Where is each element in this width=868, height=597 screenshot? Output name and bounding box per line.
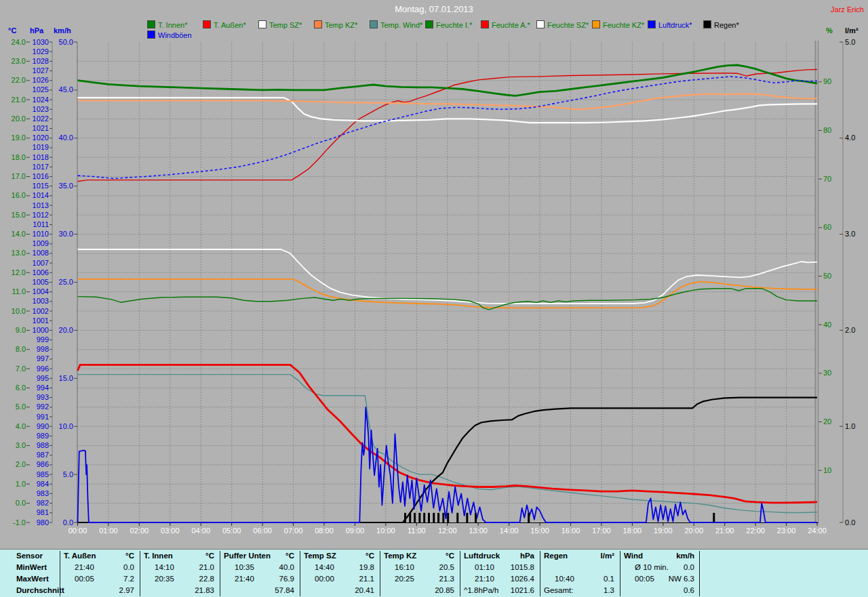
tick-label-hpa: 993 [28, 394, 49, 401]
table-cell-value: 21.83 [195, 586, 214, 594]
tick-label-hpa: 1001 [28, 317, 49, 325]
tick-label-hour: 17:00 [588, 527, 615, 535]
tick-label-hpa: 1020 [28, 134, 49, 142]
tick-label-hpa: 987 [28, 451, 49, 459]
tick-label-hpa: 1029 [28, 48, 49, 56]
tick-label-hour: 22:00 [742, 527, 769, 535]
tick-label-lm2: 1.0 [845, 423, 864, 430]
tick-label-hpa: 1002 [28, 308, 49, 315]
rain-bar [713, 513, 715, 522]
table-row: 01:101015.8 [460, 563, 540, 574]
table-cell-left: Luftdruck [464, 552, 500, 560]
table-row: T. Außen°C [60, 552, 140, 562]
tick-label-hour: 23:00 [773, 527, 800, 535]
tick-label-celsius: 22.0 [1, 77, 26, 84]
tick-label-hour: 07:00 [280, 527, 307, 535]
table-cell-value: 76.9 [279, 575, 294, 583]
tick-label-kmh: 15.0 [49, 375, 73, 382]
table-row: 20.85 [380, 586, 460, 597]
rain-bar [475, 513, 477, 522]
tick-label-percent: 50 [823, 272, 840, 280]
table-cell-left: 00:00 [315, 575, 334, 583]
table-cell-value: 19.8 [359, 563, 374, 571]
table-cell-value: 57.84 [275, 586, 294, 594]
tick-label-hpa: 998 [28, 346, 49, 353]
table-cell-left: Puffer Unten [224, 552, 271, 560]
tick-label-hpa: 1009 [28, 240, 49, 247]
table-row: 0.6 [620, 586, 700, 597]
tick-label-hpa: 1005 [28, 279, 49, 286]
table-cell-value: 21.3 [439, 575, 454, 583]
table-cell-left: ^1.8hPa/h [464, 586, 498, 594]
tick-label-hour: 19:00 [650, 527, 677, 535]
table-row: Gesamt:1.3 [540, 586, 620, 597]
table-cell-value: 1026.4 [511, 575, 534, 583]
tick-label-celsius: 14.0 [1, 230, 26, 238]
table-cell-left: 00:05 [635, 575, 654, 583]
table-column-puffer-unten: Puffer Unten°C10:3540.021:4076.957.84 [220, 550, 300, 597]
tick-label-hpa: 1023 [28, 106, 49, 113]
tick-label-hpa: 1007 [28, 260, 49, 267]
table-cell-value: 21.1 [359, 575, 374, 583]
tick-label-hpa: 984 [28, 480, 49, 488]
rain-bar [456, 513, 458, 522]
tick-label-kmh: 45.0 [49, 86, 73, 94]
tick-label-lm2: 0.0 [845, 519, 864, 527]
table-cell-left: T. Innen [144, 552, 173, 560]
table-cell-left: 14:10 [155, 563, 174, 571]
table-column-temp-kz: Temp KZ°C16:1020.520:2521.320.85 [380, 550, 460, 597]
tick-label-hpa: 980 [28, 519, 49, 527]
tick-label-hour: 06:00 [249, 527, 276, 535]
table-row: 20.41 [300, 586, 380, 597]
tick-label-percent: 30 [823, 369, 840, 377]
table-cell-value: 0.0 [123, 563, 134, 571]
tick-label-lm2: 4.0 [845, 134, 864, 142]
tick-label-hour: 03:00 [157, 527, 184, 535]
tick-label-celsius: 16.0 [1, 192, 26, 199]
table-row: 57.84 [220, 586, 300, 597]
table-cell-left: 20:25 [395, 575, 414, 583]
table-cell-value: km/h [676, 552, 694, 560]
tick-label-hpa: 992 [28, 403, 49, 411]
table-row: 14:1021.0 [140, 563, 220, 574]
tick-label-hour: 14:00 [496, 527, 523, 535]
table-row: 00:0021.1 [300, 575, 380, 585]
tick-label-hour: 05:00 [218, 527, 245, 535]
table-cell-value: 1015.8 [511, 563, 534, 571]
tick-label-hour: 13:00 [465, 527, 492, 535]
table-cell-value: 21.0 [199, 563, 214, 571]
tick-label-celsius: 8.0 [1, 346, 26, 353]
tick-label-hpa: 1021 [28, 125, 49, 132]
table-row: Windkm/h [620, 552, 700, 562]
table-row: Temp SZ°C [300, 552, 380, 562]
tick-label-hpa: 1014 [28, 192, 49, 199]
tick-label-celsius: 10.0 [1, 308, 26, 315]
table-row: 21:400.0 [60, 563, 140, 574]
tick-label-hpa: 988 [28, 442, 49, 449]
table-row-label: MaxWert [0, 575, 60, 585]
table-cell-left: 00:05 [75, 575, 94, 583]
tick-label-hpa: 1017 [28, 163, 49, 171]
rain-bar [423, 513, 425, 522]
tick-label-hpa: 1011 [28, 221, 49, 228]
tick-label-kmh: 30.0 [49, 230, 73, 238]
tick-label-celsius: 7.0 [1, 365, 26, 373]
tick-label-celsius: 24.0 [1, 39, 26, 46]
table-row: Puffer Unten°C [220, 552, 300, 562]
tick-label-percent: 10 [823, 467, 840, 474]
table-cell-value: °C [285, 552, 294, 560]
rain-bar [466, 513, 468, 522]
table-cell-value: 20.85 [435, 586, 454, 594]
tick-label-hpa: 1024 [28, 96, 49, 104]
tick-label-celsius: 2.0 [1, 461, 26, 468]
tick-label-hpa: 986 [28, 461, 49, 468]
table-row: 21:4076.9 [220, 575, 300, 585]
table-cell-value: 22.8 [199, 575, 214, 583]
tick-label-hour: 16:00 [557, 527, 585, 535]
rain-bar [404, 513, 406, 522]
tick-label-hour: 21:00 [711, 527, 738, 535]
tick-label-celsius: 12.0 [1, 269, 26, 276]
tick-label-hour: 02:00 [125, 527, 153, 535]
table-cell-left: T. Außen [64, 552, 96, 560]
rain-bar [442, 513, 444, 522]
